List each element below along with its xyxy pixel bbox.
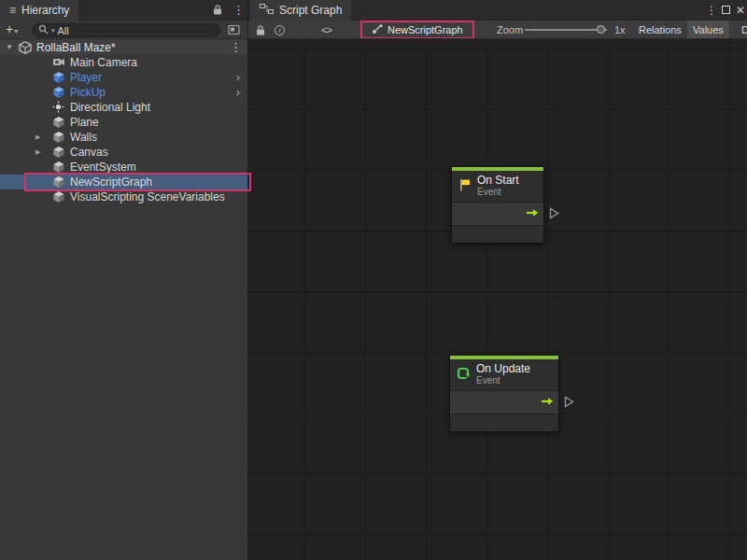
camera-icon	[52, 56, 65, 70]
tab-script-graph[interactable]: Script Graph	[250, 0, 351, 21]
hierarchy-toolbar: + ▾ ▾ All	[0, 21, 247, 39]
hierarchy-item-label: Player	[70, 71, 102, 84]
dim-button[interactable]: Di	[736, 21, 747, 39]
hierarchy-row-newscriptgraph[interactable]: NewScriptGraph	[0, 175, 247, 189]
hierarchy-row-walls[interactable]: ▶ Walls	[0, 130, 247, 145]
hierarchy-item-label: Directional Light	[70, 101, 150, 114]
search-icon	[38, 24, 49, 36]
tab-hierarchy[interactable]: ≡ Hierarchy	[0, 0, 78, 21]
control-output-arrow-icon[interactable]	[526, 208, 539, 219]
graph-toolbar: i <> NewScriptGraph Zoom 1x Relations Va…	[248, 21, 747, 39]
zoom-value: 1x	[614, 21, 626, 39]
kebab-menu-icon[interactable]: ⋮	[706, 4, 717, 17]
expand-icon[interactable]: ▶	[35, 148, 40, 156]
scene-header-row[interactable]: ▼ RollaBall Maze* ⋮	[0, 39, 247, 55]
node-title: On Update	[476, 363, 530, 375]
search-value: All	[58, 25, 69, 36]
hierarchy-item-label: Canvas	[70, 146, 108, 159]
node-port-row[interactable]	[452, 202, 543, 226]
script-graph-panel: Script Graph ⋮ ✕ i <> NewScriptGraph Zoo…	[247, 0, 747, 560]
hierarchy-row-plane[interactable]: Plane	[0, 115, 247, 130]
graph-name-label: NewScriptGraph	[388, 24, 463, 35]
port-triangle-icon[interactable]	[549, 207, 559, 221]
port-triangle-icon[interactable]	[564, 396, 574, 410]
graph-tabbar: Script Graph ⋮ ✕	[248, 0, 747, 21]
node-footer	[452, 226, 543, 243]
tab-script-graph-label: Script Graph	[279, 4, 342, 17]
node-on-update[interactable]: On Update Event	[449, 355, 559, 432]
graph-tab-icon	[260, 4, 274, 17]
hierarchy-item-label: NewScriptGraph	[70, 175, 152, 189]
loop-icon	[456, 366, 471, 383]
relations-button[interactable]: Relations	[633, 21, 687, 39]
search-filter-caret-icon[interactable]: ▾	[51, 27, 55, 35]
node-on-start[interactable]: On Start Event	[451, 166, 544, 244]
node-header[interactable]: On Update Event	[450, 359, 558, 390]
hierarchy-row-main-camera[interactable]: Main Camera	[0, 55, 247, 70]
script-graph-asset-icon	[372, 23, 383, 36]
lock-icon[interactable]	[213, 4, 222, 18]
hierarchy-search-input[interactable]: ▾ All	[32, 23, 220, 37]
node-header[interactable]: On Start Event	[452, 171, 543, 202]
node-subtitle: Event	[476, 375, 530, 385]
hierarchy-item-label: VisualScripting SceneVariables	[70, 190, 225, 203]
hierarchy-item-label: EventSystem	[70, 161, 136, 174]
hierarchy-row-canvas[interactable]: ▶ Canvas	[0, 145, 247, 160]
node-title: On Start	[477, 175, 519, 187]
lock-icon[interactable]	[256, 21, 265, 39]
hierarchy-item-label: Plane	[70, 116, 99, 129]
flag-icon	[458, 177, 472, 194]
light-icon	[52, 101, 64, 116]
maximize-icon[interactable]	[722, 6, 730, 14]
values-button[interactable]: Values	[687, 21, 729, 39]
hierarchy-row-pickup[interactable]: PickUp ›	[0, 85, 247, 100]
kebab-menu-icon[interactable]: ⋮	[233, 3, 245, 17]
zoom-label: Zoom	[497, 21, 523, 39]
tab-hierarchy-label: Hierarchy	[21, 4, 69, 17]
unity-editor: ≡ Hierarchy ⋮ + ▾ ▾ All	[0, 0, 747, 560]
hierarchy-item-label: Main Camera	[70, 56, 137, 69]
node-footer	[450, 414, 558, 431]
control-output-arrow-icon[interactable]	[541, 397, 554, 408]
zoom-slider-knob[interactable]	[597, 25, 605, 34]
hierarchy-tree: Main Camera Player › PickUp ›	[0, 55, 247, 204]
create-object-button[interactable]: + ▾	[6, 22, 18, 35]
chevron-right-icon[interactable]: ›	[236, 70, 240, 84]
collapse-icon[interactable]: ▼	[6, 43, 13, 51]
scene-kebab-icon[interactable]: ⋮	[230, 40, 242, 54]
search-window-icon[interactable]	[228, 24, 240, 37]
expand-icon[interactable]: ▶	[35, 133, 40, 141]
node-subtitle: Event	[477, 187, 519, 197]
hierarchy-row-directional-light[interactable]: Directional Light	[0, 100, 247, 115]
chevron-right-icon[interactable]: ›	[236, 85, 240, 99]
hierarchy-row-player[interactable]: Player ›	[0, 70, 247, 85]
caret-down-icon: ▾	[14, 27, 18, 35]
code-view-icon[interactable]: <>	[321, 21, 331, 39]
graph-canvas[interactable]: On Start Event	[248, 39, 747, 560]
hierarchy-tabbar: ≡ Hierarchy ⋮	[0, 0, 247, 21]
annotation-box-graph-name[interactable]: NewScriptGraph	[360, 21, 474, 39]
hierarchy-panel: ≡ Hierarchy ⋮ + ▾ ▾ All	[0, 0, 247, 560]
plus-icon: +	[6, 22, 13, 35]
hierarchy-row-scenevariables[interactable]: VisualScripting SceneVariables	[0, 189, 247, 204]
info-icon[interactable]: i	[275, 21, 285, 39]
scene-name: RollaBall Maze*	[36, 41, 116, 54]
zoom-slider[interactable]	[525, 29, 607, 31]
cube-icon	[52, 190, 65, 206]
menu-icon[interactable]: ≡	[9, 4, 16, 17]
hierarchy-row-eventsystem[interactable]: EventSystem	[0, 160, 247, 175]
close-icon[interactable]: ✕	[736, 4, 745, 17]
hierarchy-item-label: PickUp	[70, 86, 106, 99]
node-port-row[interactable]	[450, 390, 558, 414]
hierarchy-item-label: Walls	[70, 131, 97, 144]
